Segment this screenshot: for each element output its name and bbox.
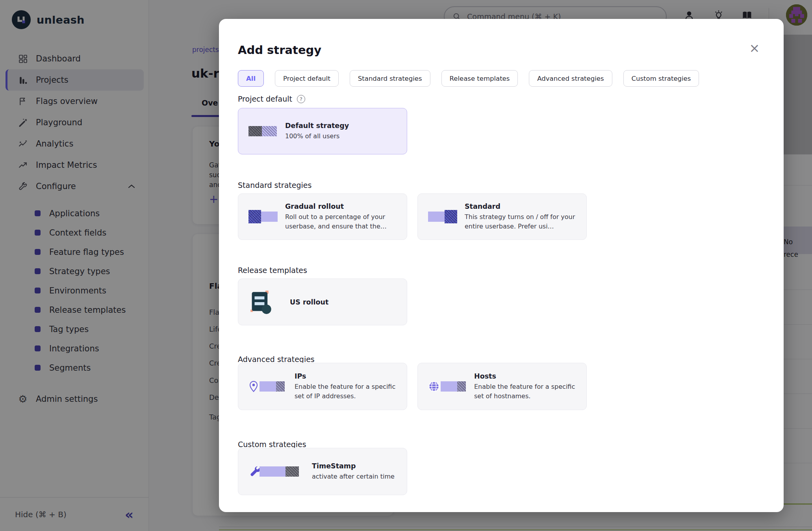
close-icon[interactable]: × [746,39,763,57]
filter-chip-custom-strategies[interactable]: Custom strategies [623,70,699,87]
filter-chip-advanced-strategies[interactable]: Advanced strategies [529,70,612,87]
card-title: Gradual rollout [285,202,398,210]
card-title: Default strategy [285,122,349,130]
globe-icon [428,381,466,392]
filter-chip-project-default[interactable]: Project default [275,70,339,87]
section-heading-project-default: Project default ? [238,95,305,103]
card-desc: This strategy turns on / off for your en… [465,212,578,230]
strategy-card-timestamp[interactable]: TimeStamp activate after certain time [238,448,407,495]
strategy-card-gradual-rollout[interactable]: Gradual rollout Roll out to a percentage… [238,193,407,240]
redacted-image-icon [248,126,277,136]
filter-chip-standard-strategies[interactable]: Standard strategies [350,70,430,87]
filter-chip-all[interactable]: All [238,70,264,87]
card-desc: activate after certain time [312,472,395,481]
strategy-card-us-rollout[interactable]: US rollout [238,278,407,325]
strategy-card-standard[interactable]: Standard This strategy turns on / off fo… [417,193,587,240]
strategy-filter-chips: All Project default Standard strategies … [238,70,699,87]
card-title: IPs [295,372,398,380]
help-icon[interactable]: ? [297,95,305,103]
location-pin-icon [248,381,286,392]
section-heading-advanced-strategies: Advanced strategies [238,355,315,364]
card-title: Hosts [474,372,578,380]
section-heading-release-templates: Release templates [238,266,307,275]
add-strategy-modal: Add strategy × All Project default Stand… [219,19,784,512]
strategy-card-default-strategy[interactable]: Default strategy 100% of all users [238,108,407,154]
release-template-icon [248,290,282,314]
card-title: TimeStamp [312,462,395,470]
card-title: Standard [465,202,578,210]
strategy-card-hosts[interactable]: Hosts Enable the feature for a specific … [417,363,587,410]
card-title: US rollout [290,298,328,306]
card-desc: Roll out to a percentage of your userbas… [285,212,398,230]
section-heading-standard-strategies: Standard strategies [238,181,311,189]
modal-title: Add strategy [238,43,321,57]
filter-chip-release-templates[interactable]: Release templates [441,70,518,87]
card-desc: 100% of all users [285,132,349,141]
custom-strategy-wrench-icon [248,465,304,478]
screen: unleash Dashboard Project [0,0,812,531]
strategy-card-ips[interactable]: IPs Enable the feature for a specific se… [238,363,407,410]
section-heading-custom-strategies: Custom strategies [238,440,306,449]
redacted-image-icon [428,210,456,223]
card-desc: Enable the feature for a specific set of… [474,382,578,400]
card-desc: Enable the feature for a specific set of… [295,382,398,400]
redacted-image-icon [248,210,277,223]
